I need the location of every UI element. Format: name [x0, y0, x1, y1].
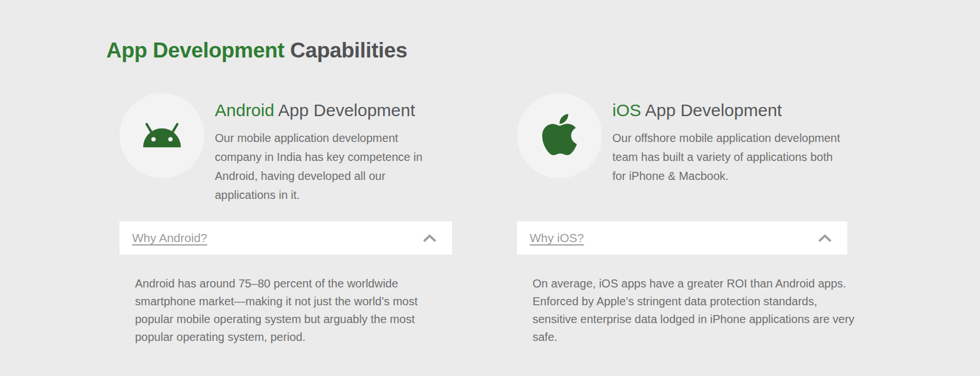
app-development-capabilities-section: App Development Capabilities Android App…: [0, 0, 980, 376]
ios-heading-rest: App Development: [641, 101, 782, 120]
why-android-accordion[interactable]: Why Android?: [119, 221, 452, 255]
android-heading: Android App Development: [215, 101, 415, 120]
why-ios-link[interactable]: Why iOS?: [530, 231, 584, 245]
page-title: App Development Capabilities: [106, 39, 407, 63]
android-icon-badge: [119, 93, 205, 178]
android-robot-icon: [138, 120, 186, 152]
apple-logo-icon: [542, 111, 577, 160]
ios-heading: iOS App Development: [612, 101, 782, 120]
ios-icon-badge: [517, 93, 602, 178]
ios-description: Our offshore mobile application developm…: [612, 129, 841, 186]
ios-heading-highlight: iOS: [612, 101, 641, 120]
chevron-up-icon[interactable]: [817, 234, 832, 243]
why-ios-accordion[interactable]: Why iOS?: [517, 221, 847, 255]
why-android-expanded-text: Android has around 75–80 percent of the …: [135, 275, 445, 346]
why-ios-expanded-text: On average, iOS apps have a greater ROI …: [533, 275, 857, 346]
page-title-highlight: App Development: [106, 39, 284, 62]
android-heading-rest: App Development: [274, 101, 415, 120]
android-heading-highlight: Android: [215, 101, 274, 120]
why-android-link[interactable]: Why Android?: [132, 231, 207, 245]
page-title-rest: Capabilities: [284, 39, 407, 62]
chevron-up-icon[interactable]: [422, 234, 437, 243]
android-description: Our mobile application development compa…: [215, 129, 439, 205]
